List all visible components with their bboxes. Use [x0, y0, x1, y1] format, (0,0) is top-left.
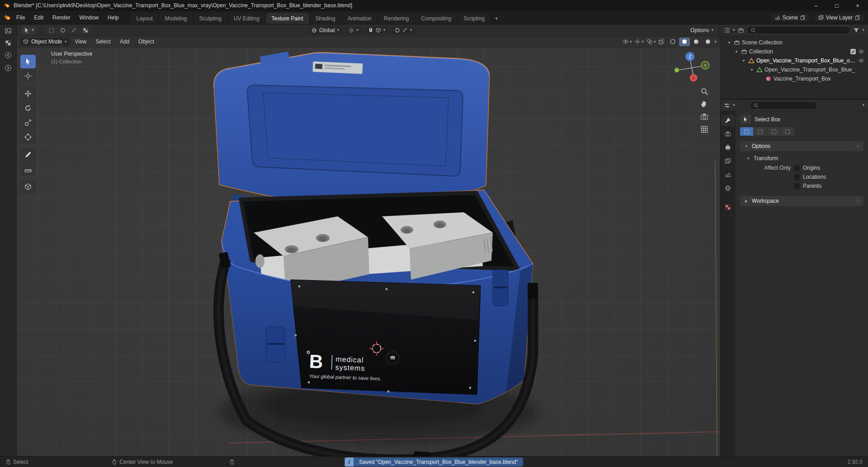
new-scene-icon[interactable]	[800, 15, 806, 20]
outliner-row-collection[interactable]: Collection	[720, 47, 868, 56]
pan-hand-icon[interactable]	[700, 100, 708, 108]
shading-solid-button[interactable]	[679, 38, 690, 46]
tab-animation[interactable]: Animation	[342, 13, 378, 24]
menu-window[interactable]: Window	[75, 11, 103, 24]
menu-add[interactable]: Add	[116, 38, 133, 45]
blender-menu-icon[interactable]	[4, 14, 11, 21]
workspace-panel-header[interactable]: Workspace ≡	[740, 196, 863, 206]
tab-scene[interactable]	[721, 169, 735, 180]
mode-toggle-3[interactable]	[69, 26, 80, 34]
shading-material-button[interactable]	[691, 38, 702, 46]
overlays-dropdown[interactable]	[646, 38, 656, 45]
tab-shading[interactable]: Shading	[310, 13, 342, 24]
tool-measure[interactable]	[20, 162, 36, 176]
properties-editor-icon[interactable]	[724, 102, 730, 109]
tab-modeling[interactable]: Modeling	[159, 13, 193, 24]
maximize-button[interactable]: □	[826, 0, 847, 11]
axis-y-negative-ball[interactable]	[675, 68, 679, 72]
menu-object[interactable]: Object	[134, 38, 158, 45]
tool-scale[interactable]	[20, 116, 36, 129]
add-workspace-button[interactable]: +	[491, 13, 502, 24]
outliner-item-label[interactable]: Scene Collection	[742, 39, 783, 46]
disclosure-icon[interactable]	[726, 41, 732, 45]
tool-transform[interactable]	[20, 130, 36, 144]
parents-checkbox[interactable]	[794, 183, 800, 189]
disclosure-icon[interactable]	[734, 50, 739, 54]
disclosure-icon[interactable]	[749, 68, 755, 72]
collection-checkbox[interactable]	[850, 49, 856, 54]
outliner-item-label[interactable]: Open_Vaccine_Transport_Box_Blue_obj_	[756, 57, 856, 64]
texture-slot-icon[interactable]	[5, 40, 11, 46]
expand-panel-icon[interactable]	[5, 52, 12, 59]
locations-checkbox[interactable]	[794, 174, 800, 180]
tab-texture-paint[interactable]: Texture Paint	[266, 13, 310, 24]
tool-annotate[interactable]	[20, 148, 36, 162]
tab-sculpting[interactable]: Sculpting	[193, 13, 228, 24]
tab-texture[interactable]	[721, 202, 735, 213]
origins-checkbox[interactable]	[794, 165, 800, 171]
tool-add-cube[interactable]	[20, 180, 36, 194]
tool-options-dropdown[interactable]: Options	[690, 27, 715, 33]
mode-toggle-2[interactable]	[57, 26, 68, 34]
3d-viewport[interactable]: B medical systems Your global partner to…	[17, 48, 720, 456]
tool-move[interactable]	[20, 87, 36, 100]
display-mode-icon[interactable]	[738, 27, 744, 33]
tool-3d-cursor[interactable]	[20, 69, 36, 83]
select-mode-subtract[interactable]	[767, 127, 781, 136]
tab-compositing[interactable]: Compositing	[415, 13, 458, 24]
outliner-search-input[interactable]	[747, 26, 851, 34]
tab-rendering[interactable]: Rendering	[378, 13, 415, 24]
tab-tool[interactable]	[721, 115, 735, 126]
xray-toggle[interactable]	[658, 38, 665, 45]
transform-orientation-dropdown[interactable]: Global	[308, 26, 342, 34]
snapping-controls[interactable]	[365, 27, 389, 34]
transform-subpanel-header[interactable]: Transform	[745, 155, 863, 162]
tab-render[interactable]	[721, 129, 735, 139]
new-view-layer-icon[interactable]	[855, 15, 860, 20]
outliner-item-label[interactable]: Open_Vaccine_Transport_Box_Blue_	[764, 67, 855, 73]
outliner-row-material[interactable]: Vaccine_Transport_Box	[720, 74, 868, 83]
outliner-editor-icon[interactable]	[724, 27, 730, 33]
menu-file[interactable]: File	[12, 11, 29, 24]
select-mode-new[interactable]	[740, 127, 754, 136]
tab-scripting[interactable]: Scripting	[458, 13, 491, 24]
menu-select[interactable]: Select	[91, 38, 114, 45]
select-mode-extend[interactable]	[754, 127, 767, 136]
tab-uv-editing[interactable]: UV Editing	[228, 13, 266, 24]
tab-view-layer[interactable]	[721, 156, 735, 167]
tab-layout[interactable]: Layout	[131, 13, 159, 24]
menu-help[interactable]: Help	[103, 11, 123, 24]
view-layer-selector[interactable]: View Layer	[814, 13, 864, 22]
ortho-grid-icon[interactable]	[700, 125, 708, 133]
active-tool-button[interactable]	[21, 26, 36, 34]
menu-edit[interactable]: Edit	[29, 11, 48, 24]
camera-view-icon[interactable]	[700, 113, 708, 121]
tool-rotate[interactable]	[20, 101, 36, 115]
disclosure-icon[interactable]	[741, 59, 746, 63]
properties-search-input[interactable]	[750, 101, 817, 110]
parents-label[interactable]: Parents	[803, 183, 821, 189]
outliner-item-label[interactable]: Collection	[749, 48, 773, 55]
proportional-editing-controls[interactable]	[392, 27, 415, 34]
close-button[interactable]: ×	[847, 0, 868, 11]
interaction-mode-dropdown[interactable]: Object Mode	[20, 38, 70, 46]
hide-eye-icon[interactable]	[858, 48, 864, 55]
object-visibility-dropdown[interactable]	[623, 38, 632, 45]
zoom-icon[interactable]	[700, 87, 708, 95]
menu-view[interactable]: View	[71, 38, 91, 45]
select-box-tool-button[interactable]	[740, 115, 751, 124]
shading-wireframe-button[interactable]	[667, 38, 678, 46]
origins-label[interactable]: Origins	[803, 165, 820, 171]
hide-eye-icon[interactable]	[858, 57, 864, 64]
options-panel-header[interactable]: Options ≡	[740, 141, 863, 151]
collapse-panel-icon[interactable]	[5, 64, 12, 71]
select-mode-intersect[interactable]	[781, 127, 794, 136]
scene-selector[interactable]: Scene	[771, 13, 810, 22]
locations-label[interactable]: Locations	[803, 174, 826, 180]
minimize-button[interactable]: –	[806, 0, 826, 11]
outliner-row-object[interactable]: Open_Vaccine_Transport_Box_Blue_obj_	[720, 56, 868, 65]
outliner-item-label[interactable]: Vaccine_Transport_Box	[774, 76, 831, 82]
tool-select-box[interactable]	[20, 55, 36, 68]
navigation-gizmo[interactable]: Z X Y	[673, 50, 718, 86]
mode-toggle-1[interactable]	[46, 26, 57, 34]
